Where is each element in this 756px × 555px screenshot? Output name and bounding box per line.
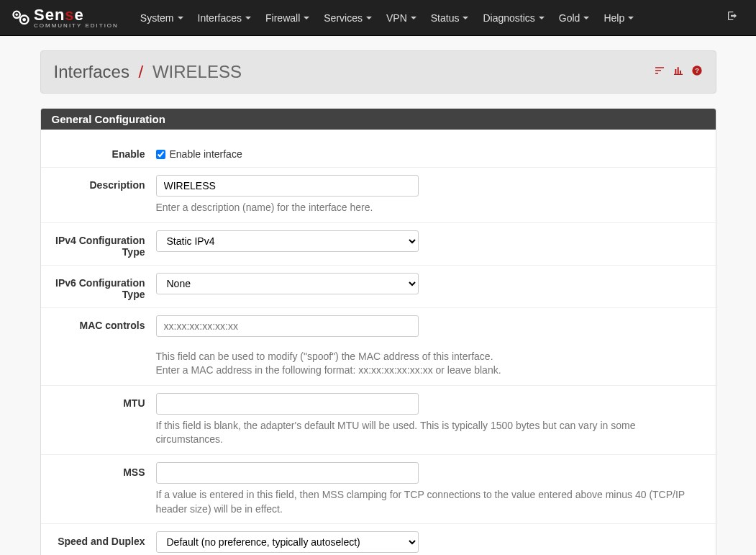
nav-menu: System Interfaces Firewall Services VPN … [133,1,719,35]
nav-diagnostics[interactable]: Diagnostics [475,1,551,35]
svg-point-3 [22,18,26,22]
chevron-down-icon [304,17,309,19]
help-icon[interactable]: ? [691,65,703,79]
nav-help[interactable]: Help [596,1,641,35]
brand-logo[interactable]: Sense COMMUNITY EDITION [11,7,119,29]
enable-checkbox[interactable] [156,150,165,159]
nav-label: Help [604,12,624,24]
nav-label: VPN [386,12,407,24]
label-description: Description [52,175,156,191]
description-input[interactable] [156,175,419,197]
breadcrumb-current: WIRELESS [152,62,242,81]
brand-text-a: Sen [34,6,65,24]
nav-status[interactable]: Status [424,1,476,35]
row-description: Description Enter a description (name) f… [41,168,716,223]
brand-subtext: COMMUNITY EDITION [34,23,119,29]
gears-icon [11,8,31,28]
brand-text-c: e [75,6,84,24]
mtu-input[interactable] [156,393,419,415]
label-ipv4: IPv4 Configuration Type [52,230,156,258]
page-header: Interfaces / WIRELESS ? [40,50,716,94]
label-enable: Enable [52,144,156,160]
logout-icon[interactable] [719,3,745,32]
nav-gold[interactable]: Gold [552,1,597,35]
nav-label: System [140,12,174,24]
help-mac-2: Enter a MAC address in the following for… [156,364,501,376]
nav-services[interactable]: Services [316,1,379,35]
help-mss: If a value is entered in this field, the… [156,488,705,516]
help-mac: This field can be used to modify ("spoof… [156,350,705,378]
chevron-down-icon [539,17,545,19]
label-mss: MSS [52,462,156,478]
panel-body: Enable Enable interface Description Ente… [41,130,716,555]
row-mtu: MTU If this field is blank, the adapter'… [41,386,716,455]
help-description: Enter a description (name) for the inter… [156,201,705,215]
enable-checkbox-label: Enable interface [170,148,242,160]
chevron-down-icon [411,17,416,19]
speed-select[interactable]: Default (no preference, typically autose… [156,531,419,553]
chevron-down-icon [245,17,251,19]
breadcrumb-root[interactable]: Interfaces [54,62,129,81]
row-ipv4: IPv4 Configuration Type Static IPv4 [41,223,716,266]
row-enable: Enable Enable interface [41,137,716,168]
chevron-down-icon [366,17,372,19]
nav-label: Status [431,12,460,24]
breadcrumb: Interfaces / WIRELESS [54,62,242,82]
header-action-icons: ? [654,65,703,79]
nav-interfaces[interactable]: Interfaces [191,1,258,35]
panel-title: General Configuration [41,109,716,130]
nav-system[interactable]: System [133,1,191,35]
chevron-down-icon [463,17,468,19]
nav-label: Diagnostics [483,12,534,24]
label-speed: Speed and Duplex [52,531,156,547]
chevron-down-icon [178,17,183,19]
main-container: Interfaces / WIRELESS ? General Configur… [40,36,716,555]
row-mac: MAC controls This field can be used to m… [41,308,716,386]
nav-label: Services [324,12,363,24]
ipv4-select[interactable]: Static IPv4 [156,230,419,252]
chevron-down-icon [628,17,634,19]
top-navbar: Sense COMMUNITY EDITION System Interface… [0,0,756,36]
nav-label: Interfaces [198,12,242,24]
sliders-icon[interactable] [654,65,665,79]
help-mac-1: This field can be used to modify ("spoof… [156,351,493,362]
general-config-panel: General Configuration Enable Enable inte… [40,108,716,555]
svg-text:?: ? [695,67,699,74]
row-mss: MSS If a value is entered in this field,… [41,455,716,524]
breadcrumb-sep: / [139,62,144,81]
label-mtu: MTU [52,393,156,409]
label-ipv6: IPv6 Configuration Type [52,273,156,300]
nav-label: Firewall [265,12,300,24]
mac-input[interactable] [156,315,419,337]
ipv6-select[interactable]: None [156,273,419,294]
brand-text-b: s [65,6,74,24]
nav-firewall[interactable]: Firewall [258,1,316,35]
help-mtu: If this field is blank, the adapter's de… [156,419,705,447]
nav-label: Gold [559,12,580,24]
row-ipv6: IPv6 Configuration Type None [41,266,716,308]
chart-icon[interactable] [673,65,684,79]
label-mac: MAC controls [52,315,156,331]
mss-input[interactable] [156,462,419,484]
svg-point-2 [15,13,18,15]
chevron-down-icon [583,17,589,19]
row-speed: Speed and Duplex Default (no preference,… [41,524,716,555]
nav-vpn[interactable]: VPN [379,1,424,35]
